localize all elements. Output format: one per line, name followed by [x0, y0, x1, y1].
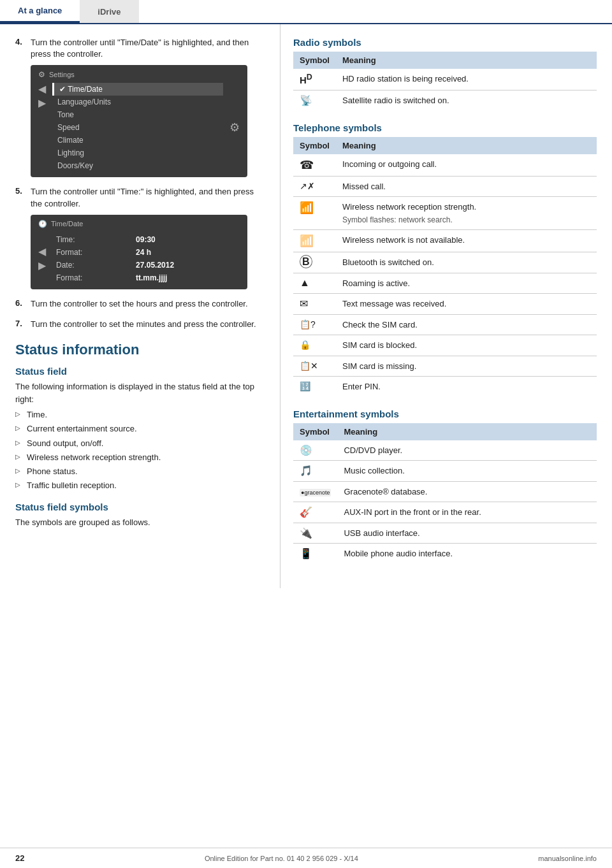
tab-idrive[interactable]: iDrive: [80, 0, 138, 23]
step-6-num: 6.: [15, 298, 26, 310]
tel-sym-10: 🔢: [293, 377, 336, 397]
main-content: 4. Turn the controller until "Time/Date"…: [0, 24, 612, 588]
ent-sym-4: 🔌: [293, 523, 337, 544]
table-row: ●gracenote Gracenote® database.: [293, 481, 597, 502]
bullet-4: Phone status.: [15, 465, 265, 479]
tab-at-a-glance[interactable]: At a glance: [0, 0, 80, 23]
table-row: 🔌 USB audio interface.: [293, 523, 597, 544]
timedate-screen: 🕐 Time/Date ◀ ▶ Time: 09:30 Forma: [31, 215, 247, 289]
status-information-heading: Status information: [15, 342, 265, 358]
table-row: 📋? Check the SIM card.: [293, 314, 597, 335]
table-row: B Bluetooth is switched on.: [293, 252, 597, 273]
table-row: 🔒 SIM card is blocked.: [293, 335, 597, 356]
radio-symbols-table: Symbol Meaning HD HD radio station is be…: [293, 52, 597, 111]
radio-col-symbol: Symbol: [293, 52, 336, 69]
top-nav: At a glance iDrive: [0, 0, 612, 24]
ent-col-symbol: Symbol: [293, 423, 337, 440]
table-row: 📋✕ SIM card is missing.: [293, 356, 597, 377]
screen1-item-2[interactable]: Tone: [52, 108, 223, 121]
telephone-symbols-table: Symbol Meaning ☎ Incoming or outgoing ca…: [293, 137, 597, 397]
bullet-0: Time.: [15, 408, 265, 422]
ent-meaning-0: CD/DVD player.: [337, 440, 597, 461]
status-bullet-list: Time. Current entertainment source. Soun…: [15, 408, 265, 493]
table-row: 📱 Mobile phone audio interface.: [293, 544, 597, 564]
tel-sym-0: ☎: [293, 154, 336, 177]
table-row: 📶 Wireless network is not available.: [293, 230, 597, 252]
table-row: HD HD radio station is being received.: [293, 69, 597, 90]
td-value-1: 24 h: [132, 246, 240, 259]
screen1-item-5[interactable]: Lighting: [52, 147, 223, 159]
td-table: Time: 09:30 Format: 24 h Date: 27.05.201…: [52, 233, 240, 284]
ent-sym-2: ●gracenote: [293, 481, 337, 502]
entertainment-symbols-table: Symbol Meaning 💿 CD/DVD player. 🎵 Music …: [293, 423, 597, 564]
tel-sym-4: B: [293, 252, 336, 273]
td-screen-icon: 🕐: [38, 220, 47, 228]
radio-col-meaning: Meaning: [336, 52, 597, 69]
tel-meaning-8: SIM card is blocked.: [336, 335, 597, 356]
tel-sym-6: ✉: [293, 294, 336, 315]
tel-meaning-5: Roaming is active.: [336, 273, 597, 294]
entertainment-symbols-heading: Entertainment symbols: [293, 409, 597, 419]
step-4-num: 4.: [15, 37, 26, 60]
td-label-1: Format:: [52, 246, 132, 259]
table-row: ☎ Incoming or outgoing call.: [293, 154, 597, 177]
step-5-num: 5.: [15, 186, 26, 209]
tel-sym-5: ▲: [293, 273, 336, 294]
table-row: 📶 Wireless network reception strength. S…: [293, 197, 597, 230]
td-screen-title: Time/Date: [51, 220, 83, 228]
step-5-text: Turn the controller until "Time:" is hig…: [31, 186, 265, 209]
status-field-symbols-heading: Status field symbols: [15, 502, 265, 512]
step-4-text: Turn the controller until "Time/Date" is…: [31, 37, 265, 60]
table-row: 💿 CD/DVD player.: [293, 440, 597, 461]
tel-sym-3: 📶: [293, 230, 336, 252]
step-7-num: 7.: [15, 319, 26, 330]
step-6: 6. Turn the controller to set the hours …: [15, 298, 265, 310]
bottom-bar: 22 Online Edition for Part no. 01 40 2 9…: [0, 848, 612, 868]
right-column: Radio symbols Symbol Meaning HD HD radio…: [280, 24, 612, 588]
screen1-item-6[interactable]: Doors/Key: [52, 159, 223, 172]
table-row: 📡 Satellite radio is switched on.: [293, 90, 597, 111]
bullet-1: Current entertainment source.: [15, 422, 265, 436]
ent-sym-0: 💿: [293, 440, 337, 461]
telephone-symbols-heading: Telephone symbols: [293, 122, 597, 133]
tel-col-symbol: Symbol: [293, 137, 336, 154]
bullet-2: Sound output, on/off.: [15, 437, 265, 451]
step-7: 7. Turn the controller to set the minute…: [15, 319, 265, 330]
ent-sym-1: 🎵: [293, 461, 337, 482]
td-label-0: Time:: [52, 233, 132, 246]
ent-sym-3: 🎸: [293, 502, 337, 523]
table-row: ▲ Roaming is active.: [293, 273, 597, 294]
table-row: 🔢 Enter PIN.: [293, 377, 597, 397]
radio-symbols-heading: Radio symbols: [293, 37, 597, 48]
screen1-item-3[interactable]: Speed: [52, 121, 223, 134]
step-7-text: Turn the controller to set the minutes a…: [31, 319, 256, 330]
page-number: 22: [15, 853, 24, 863]
tel-meaning-0: Incoming or outgoing call.: [336, 154, 597, 177]
ent-meaning-1: Music collection.: [337, 461, 597, 482]
screen1-item-1[interactable]: Language/Units: [52, 96, 223, 108]
tel-sym-7: 📋?: [293, 314, 336, 335]
ent-meaning-4: USB audio interface.: [337, 523, 597, 544]
ent-meaning-5: Mobile phone audio interface.: [337, 544, 597, 564]
screen1-title: Settings: [49, 71, 75, 78]
left-column: 4. Turn the controller until "Time/Date"…: [0, 24, 280, 588]
screen1-item-4[interactable]: Climate: [52, 134, 223, 147]
tel-meaning-4: Bluetooth is switched on.: [336, 252, 597, 273]
td-value-0: 09:30: [132, 233, 240, 246]
settings-gear-icon: ⚙: [38, 70, 45, 79]
ent-meaning-2: Gracenote® database.: [337, 481, 597, 502]
screen1-item-0[interactable]: ✔ Time/Date: [52, 83, 223, 96]
tel-sym-1: ↗✗: [293, 176, 336, 197]
status-field-symbols-text: The symbols are grouped as follows.: [15, 516, 265, 529]
td-value-3: tt.mm.jjjj: [132, 271, 240, 284]
ent-meaning-3: AUX-IN port in the front or in the rear.: [337, 502, 597, 523]
step-4: 4. Turn the controller until "Time/Date"…: [15, 37, 265, 177]
screen1-nav: ◀ ▶: [38, 83, 46, 109]
tel-meaning-6: Text message was received.: [336, 294, 597, 315]
tel-sym-9: 📋✕: [293, 356, 336, 377]
status-field-subheading: Status field: [15, 366, 265, 377]
table-row: ✉ Text message was received.: [293, 294, 597, 315]
status-field-intro: The following information is displayed i…: [15, 380, 265, 405]
tel-meaning-7: Check the SIM card.: [336, 314, 597, 335]
table-row: 🎵 Music collection.: [293, 461, 597, 482]
